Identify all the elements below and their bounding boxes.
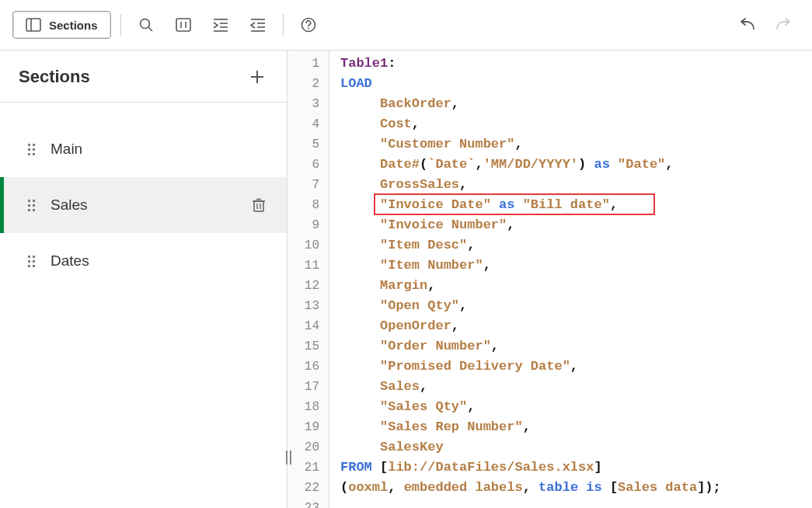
drag-handle-icon[interactable] xyxy=(28,256,35,267)
code-line[interactable]: FROM [lib://DataFiles/Sales.xlsx] xyxy=(340,458,812,478)
trash-icon xyxy=(252,197,266,213)
section-list: MainSalesDates xyxy=(0,103,287,289)
outdent-button[interactable] xyxy=(242,9,274,40)
indent-button[interactable] xyxy=(205,9,236,40)
line-number: 4 xyxy=(288,114,319,134)
line-number: 5 xyxy=(288,134,319,155)
outdent-icon xyxy=(249,18,267,32)
comment-icon xyxy=(175,17,192,33)
help-icon xyxy=(301,17,316,33)
code-line[interactable]: Cost, xyxy=(340,114,812,134)
sidebar-header: Sections xyxy=(0,50,287,103)
toolbar-divider xyxy=(120,14,121,36)
svg-rect-19 xyxy=(254,201,263,211)
svg-rect-4 xyxy=(176,19,190,31)
line-number-gutter: 1234567891011121314151617181920212223 xyxy=(288,50,329,508)
code-line[interactable]: "Open Qty", xyxy=(340,296,812,316)
top-toolbar: Sections xyxy=(0,0,812,50)
code-line[interactable]: "Order Number", xyxy=(340,336,812,357)
sidebar-item-dates[interactable]: Dates xyxy=(0,233,287,289)
svg-line-3 xyxy=(148,27,152,31)
line-number: 6 xyxy=(288,155,319,175)
line-number: 20 xyxy=(288,437,319,458)
code-line[interactable]: BackOrder, xyxy=(340,94,812,114)
sections-toggle-label: Sections xyxy=(49,19,98,32)
line-number: 19 xyxy=(288,417,319,437)
code-line[interactable]: "Promised Delivery Date", xyxy=(340,357,812,377)
line-number: 10 xyxy=(288,235,319,256)
svg-point-16 xyxy=(308,28,309,30)
line-number: 15 xyxy=(288,336,319,357)
panel-icon xyxy=(26,18,41,32)
sidebar: Sections MainSalesDates xyxy=(0,50,288,508)
redo-button[interactable] xyxy=(768,9,800,40)
line-number: 1 xyxy=(288,54,319,74)
code-line[interactable]: "Sales Qty", xyxy=(340,397,812,417)
undo-button[interactable] xyxy=(731,9,762,40)
line-number: 12 xyxy=(288,276,319,296)
code-line[interactable]: "Sales Rep Number", xyxy=(340,417,812,437)
code-line[interactable]: (ooxml, embedded labels, table is [Sales… xyxy=(340,478,812,498)
sections-toggle-button[interactable]: Sections xyxy=(12,11,111,39)
drag-handle-icon[interactable] xyxy=(28,144,35,155)
drag-handle-icon[interactable] xyxy=(28,200,35,211)
sidebar-title: Sections xyxy=(19,67,90,87)
code-line[interactable]: LOAD xyxy=(340,74,812,94)
line-number: 18 xyxy=(288,397,319,417)
search-button[interactable] xyxy=(131,9,162,40)
search-icon xyxy=(138,17,154,33)
line-number: 22 xyxy=(288,478,319,498)
section-label: Sales xyxy=(51,197,234,214)
line-number: 7 xyxy=(288,175,319,195)
toolbar-divider xyxy=(283,14,284,36)
section-label: Main xyxy=(51,141,268,158)
code-line[interactable]: "Invoice Date" as "Bill date", xyxy=(340,195,812,215)
code-line[interactable]: Margin, xyxy=(340,276,812,296)
code-line[interactable]: "Invoice Number", xyxy=(340,215,812,235)
help-button[interactable] xyxy=(293,9,324,40)
code-line[interactable]: Table1: xyxy=(340,54,812,74)
svg-rect-0 xyxy=(26,19,40,31)
sidebar-item-main[interactable]: Main xyxy=(0,121,287,177)
code-area[interactable]: Table1:LOAD BackOrder, Cost, "Customer N… xyxy=(329,50,812,508)
redo-icon xyxy=(775,18,793,32)
line-number: 9 xyxy=(288,215,319,235)
code-line[interactable]: GrossSales, xyxy=(340,175,812,195)
line-number: 23 xyxy=(288,498,319,508)
code-line[interactable]: SalesKey xyxy=(340,437,812,458)
code-editor[interactable]: 1234567891011121314151617181920212223 Ta… xyxy=(288,50,812,508)
code-line[interactable]: Date#(`Date`,'MM/DD/YYYY') as "Date", xyxy=(340,155,812,175)
add-section-button[interactable] xyxy=(246,66,268,88)
code-line[interactable]: OpenOrder, xyxy=(340,316,812,336)
code-line[interactable]: Sales, xyxy=(340,377,812,397)
indent-icon xyxy=(212,18,229,32)
line-number: 17 xyxy=(288,377,319,397)
undo-icon xyxy=(737,18,756,32)
line-number: 13 xyxy=(288,296,319,316)
delete-section-button[interactable] xyxy=(249,196,268,214)
line-number: 2 xyxy=(288,74,319,94)
line-number: 16 xyxy=(288,357,319,377)
line-number: 14 xyxy=(288,316,319,336)
sidebar-resize-handle[interactable] xyxy=(286,451,291,465)
code-line[interactable]: "Item Desc", xyxy=(340,235,812,256)
plus-icon xyxy=(249,68,266,85)
sidebar-item-sales[interactable]: Sales xyxy=(0,177,287,233)
line-number: 3 xyxy=(288,94,319,114)
line-number: 11 xyxy=(288,256,319,276)
code-line[interactable] xyxy=(340,498,812,508)
svg-point-2 xyxy=(140,19,149,29)
code-line[interactable]: "Customer Number", xyxy=(340,134,812,155)
line-number: 8 xyxy=(288,195,319,215)
comment-button[interactable] xyxy=(168,9,199,40)
section-label: Dates xyxy=(51,252,268,270)
code-line[interactable]: "Item Number", xyxy=(340,256,812,276)
line-number: 21 xyxy=(288,458,319,478)
